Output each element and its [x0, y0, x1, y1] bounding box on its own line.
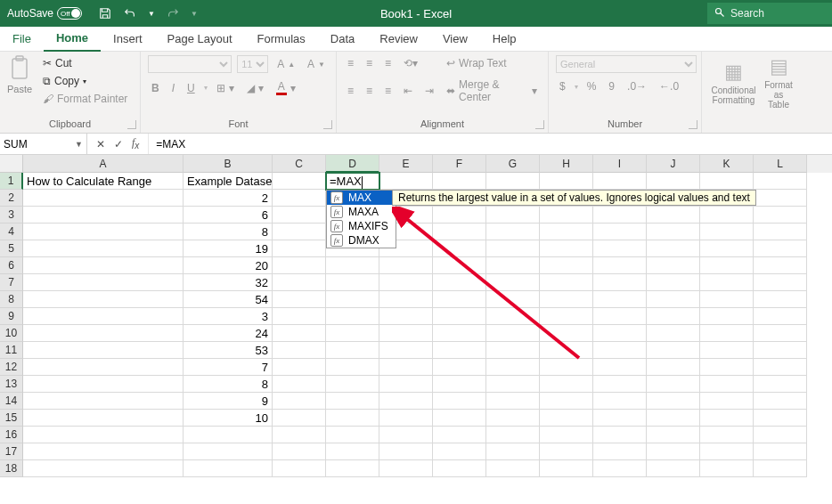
- cell-b3[interactable]: 6: [184, 207, 273, 224]
- cell-a18[interactable]: [23, 460, 184, 477]
- cell-e14[interactable]: [379, 393, 433, 410]
- cell-k13[interactable]: [700, 376, 754, 393]
- cell-i7[interactable]: [593, 274, 647, 291]
- cell-i18[interactable]: [593, 460, 647, 477]
- dialog-launcher-icon[interactable]: [535, 120, 544, 129]
- search-box[interactable]: [707, 3, 832, 24]
- cell-k12[interactable]: [700, 359, 754, 376]
- cell-f9[interactable]: [433, 308, 486, 325]
- formula-input[interactable]: =MAX: [149, 134, 832, 154]
- cell-k18[interactable]: [700, 460, 754, 477]
- cell-f6[interactable]: [433, 257, 486, 274]
- cell-d8[interactable]: [326, 291, 379, 308]
- cell-i17[interactable]: [593, 443, 647, 460]
- cell-b16[interactable]: [184, 427, 273, 443]
- cell-b10[interactable]: 24: [184, 325, 273, 342]
- cell-a8[interactable]: [23, 291, 184, 308]
- cell-e8[interactable]: [379, 291, 433, 308]
- cell-k7[interactable]: [700, 274, 754, 291]
- cell-j5[interactable]: [647, 240, 700, 257]
- cell-k6[interactable]: [700, 257, 754, 274]
- cell-j11[interactable]: [647, 342, 700, 359]
- cell-l14[interactable]: [754, 393, 807, 410]
- align-top-button[interactable]: ≡: [344, 55, 357, 71]
- cell-e9[interactable]: [379, 308, 433, 325]
- col-header-g[interactable]: G: [486, 155, 540, 173]
- cell-l11[interactable]: [754, 342, 807, 359]
- cell-b13[interactable]: 8: [184, 376, 273, 393]
- cell-d1[interactable]: =MAX: [326, 173, 379, 190]
- cell-d6[interactable]: [326, 257, 379, 274]
- cell-j18[interactable]: [647, 460, 700, 477]
- cell-h17[interactable]: [540, 443, 593, 460]
- dialog-launcher-icon[interactable]: [689, 120, 697, 129]
- cell-c1[interactable]: [273, 173, 326, 190]
- row-header[interactable]: 2: [0, 190, 23, 207]
- tab-insert[interactable]: Insert: [101, 27, 155, 51]
- cell-f17[interactable]: [433, 443, 486, 460]
- cell-j4[interactable]: [647, 224, 700, 240]
- cell-e6[interactable]: [379, 257, 433, 274]
- cell-h16[interactable]: [540, 427, 593, 443]
- cell-e7[interactable]: [379, 274, 433, 291]
- cell-b7[interactable]: 32: [184, 274, 273, 291]
- cell-l10[interactable]: [754, 325, 807, 342]
- cell-b1[interactable]: Example Dataset: [184, 173, 273, 190]
- cell-a3[interactable]: [23, 207, 184, 224]
- cell-i10[interactable]: [593, 325, 647, 342]
- autocomplete-item-maxifs[interactable]: fxMAXIFS: [327, 219, 396, 233]
- cell-k10[interactable]: [700, 325, 754, 342]
- cell-l17[interactable]: [754, 443, 807, 460]
- enter-formula-button[interactable]: ✓: [114, 138, 123, 150]
- cell-l3[interactable]: [754, 207, 807, 224]
- cell-l1[interactable]: [754, 173, 807, 190]
- cell-c7[interactable]: [273, 274, 326, 291]
- col-header-a[interactable]: A: [23, 155, 184, 173]
- cell-e10[interactable]: [379, 325, 433, 342]
- cell-d11[interactable]: [326, 342, 379, 359]
- italic-button[interactable]: I: [168, 80, 178, 96]
- cell-k8[interactable]: [700, 291, 754, 308]
- cell-l12[interactable]: [754, 359, 807, 376]
- cell-g6[interactable]: [486, 257, 540, 274]
- cell-f18[interactable]: [433, 460, 486, 477]
- cell-g4[interactable]: [486, 224, 540, 240]
- cell-i4[interactable]: [593, 224, 647, 240]
- cell-b18[interactable]: [184, 460, 273, 477]
- cell-g7[interactable]: [486, 274, 540, 291]
- tab-help[interactable]: Help: [480, 27, 529, 51]
- cell-l6[interactable]: [754, 257, 807, 274]
- formula-autocomplete[interactable]: fxMAX fxMAXA fxMAXIFS fxDMAX: [326, 190, 396, 248]
- cell-j9[interactable]: [647, 308, 700, 325]
- row-header[interactable]: 8: [0, 291, 23, 308]
- cell-b6[interactable]: 20: [184, 257, 273, 274]
- font-color-button[interactable]: A▾: [273, 78, 299, 97]
- cell-h15[interactable]: [540, 410, 593, 427]
- cell-g14[interactable]: [486, 393, 540, 410]
- cancel-formula-button[interactable]: ✕: [96, 138, 105, 150]
- cell-c16[interactable]: [273, 427, 326, 443]
- col-header-b[interactable]: B: [184, 155, 273, 173]
- cell-g10[interactable]: [486, 325, 540, 342]
- cell-e11[interactable]: [379, 342, 433, 359]
- increase-indent-button[interactable]: ⇥: [421, 83, 437, 99]
- cell-j3[interactable]: [647, 207, 700, 224]
- cell-a7[interactable]: [23, 274, 184, 291]
- fill-color-button[interactable]: ◢▾: [243, 80, 267, 96]
- insert-function-button[interactable]: fx: [132, 136, 139, 150]
- cell-l7[interactable]: [754, 274, 807, 291]
- tab-formulas[interactable]: Formulas: [245, 27, 318, 51]
- increase-font-button[interactable]: A▲: [273, 56, 298, 72]
- copy-button[interactable]: ⧉Copy ▾: [39, 73, 131, 89]
- col-header-f[interactable]: F: [433, 155, 486, 173]
- increase-decimal-button[interactable]: .0→: [624, 78, 650, 94]
- paste-button[interactable]: Paste: [7, 55, 34, 94]
- cell-d12[interactable]: [326, 359, 379, 376]
- col-header-i[interactable]: I: [593, 155, 647, 173]
- cell-i9[interactable]: [593, 308, 647, 325]
- cell-f7[interactable]: [433, 274, 486, 291]
- cell-f5[interactable]: [433, 240, 486, 257]
- cell-i1[interactable]: [593, 173, 647, 190]
- row-header[interactable]: 15: [0, 410, 23, 427]
- tab-page-layout[interactable]: Page Layout: [155, 27, 245, 51]
